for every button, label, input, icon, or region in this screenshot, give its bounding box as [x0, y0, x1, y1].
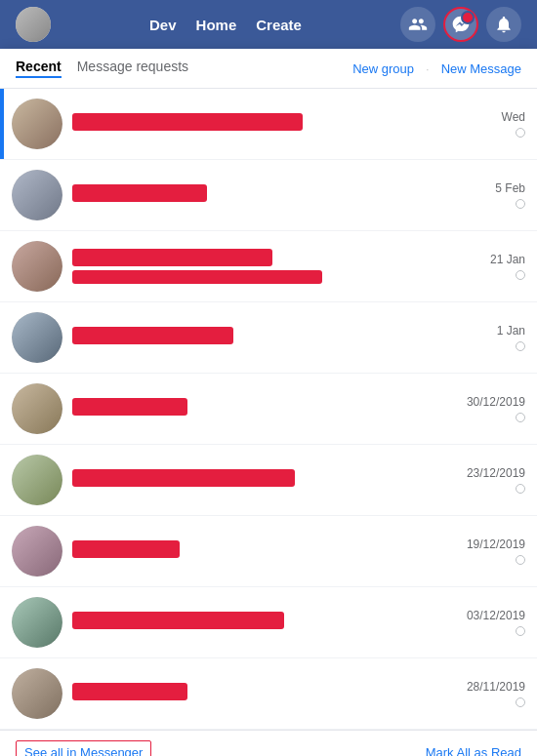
- message-content: [72, 683, 457, 704]
- message-avatar: [12, 668, 62, 719]
- avatar-image: [12, 455, 62, 505]
- message-item[interactable]: 19/12/2019: [0, 516, 537, 587]
- avatar-image: [12, 241, 62, 292]
- message-time-column: 5 Feb: [467, 181, 525, 209]
- avatar-image: [12, 383, 62, 434]
- message-timestamp: 30/12/2019: [467, 395, 525, 409]
- message-content: [72, 113, 457, 135]
- message-time-column: 03/12/2019: [467, 609, 525, 636]
- redacted-name: [72, 612, 284, 629]
- message-time-column: Wed: [467, 110, 525, 138]
- message-time-column: 21 Jan: [467, 253, 525, 280]
- read-status-indicator: [516, 626, 525, 636]
- nav-links: Dev Home Create: [70, 17, 381, 33]
- unread-indicator-bar: [0, 89, 4, 159]
- message-time-column: 1 Jan: [467, 324, 525, 351]
- read-status-indicator: [516, 697, 525, 707]
- message-avatar: [12, 99, 62, 149]
- read-status-indicator: [516, 270, 525, 280]
- new-group-link[interactable]: New group: [352, 61, 414, 76]
- redacted-name: [72, 683, 187, 700]
- avatar-image: [12, 526, 62, 577]
- action-separator: ·: [426, 61, 430, 76]
- message-list: Wed5 Feb21 Jan1 Jan30/12/201923/12/20191…: [0, 89, 537, 730]
- nav-link-home[interactable]: Home: [196, 17, 237, 33]
- message-time-column: 19/12/2019: [467, 537, 525, 565]
- avatar-image: [12, 312, 62, 363]
- redacted-preview: [72, 270, 322, 284]
- messenger-dropdown: Recent Message requests New group · New …: [0, 49, 537, 756]
- message-timestamp: 21 Jan: [490, 253, 525, 266]
- message-item[interactable]: 5 Feb: [0, 160, 537, 231]
- message-item[interactable]: 03/12/2019: [0, 587, 537, 658]
- read-status-indicator: [516, 413, 525, 422]
- message-content: [72, 249, 457, 284]
- message-item[interactable]: 30/12/2019: [0, 374, 537, 445]
- read-status-indicator: [516, 484, 525, 494]
- redacted-name: [72, 113, 303, 131]
- message-avatar: [12, 383, 62, 434]
- message-avatar: [12, 455, 62, 505]
- redacted-name: [72, 249, 272, 266]
- message-timestamp: 19/12/2019: [467, 537, 525, 551]
- message-content: [72, 184, 457, 206]
- message-time-column: 23/12/2019: [467, 466, 525, 494]
- avatar-image: [12, 170, 62, 220]
- redacted-name: [72, 469, 295, 487]
- message-avatar: [12, 241, 62, 292]
- messenger-icon-button[interactable]: [443, 7, 478, 42]
- panel-actions: New group · New Message: [352, 61, 521, 76]
- message-timestamp: 5 Feb: [495, 181, 525, 195]
- message-timestamp: 23/12/2019: [467, 466, 525, 480]
- message-timestamp: 28/11/2019: [467, 680, 525, 694]
- message-timestamp: 03/12/2019: [467, 609, 525, 622]
- avatar-image: [12, 99, 62, 149]
- tab-recent[interactable]: Recent: [16, 59, 62, 78]
- message-avatar: [12, 170, 62, 220]
- message-item[interactable]: 28/11/2019: [0, 658, 537, 730]
- nav-icon-group: [400, 7, 521, 42]
- message-content: [72, 327, 457, 348]
- read-status-indicator: [516, 199, 525, 209]
- avatar-image: [12, 668, 62, 719]
- avatar-image: [12, 597, 62, 648]
- message-item[interactable]: Wed: [0, 89, 537, 160]
- message-content: [72, 469, 457, 491]
- user-avatar[interactable]: [16, 7, 51, 42]
- nav-link-dev[interactable]: Dev: [149, 17, 177, 33]
- message-avatar: [12, 526, 62, 577]
- panel-tabs: Recent Message requests: [16, 59, 352, 78]
- message-item[interactable]: 21 Jan: [0, 231, 537, 302]
- read-status-indicator: [516, 341, 525, 351]
- message-timestamp: 1 Jan: [497, 324, 525, 338]
- message-time-column: 30/12/2019: [467, 395, 525, 422]
- people-icon-button[interactable]: [400, 7, 435, 42]
- message-item[interactable]: 23/12/2019: [0, 445, 537, 516]
- message-item[interactable]: 1 Jan: [0, 302, 537, 374]
- message-time-column: 28/11/2019: [467, 680, 525, 707]
- redacted-name: [72, 327, 233, 344]
- message-avatar: [12, 312, 62, 363]
- redacted-name: [72, 540, 180, 558]
- message-content: [72, 612, 457, 633]
- message-content: [72, 540, 457, 562]
- panel-header: Recent Message requests New group · New …: [0, 49, 537, 89]
- bell-icon-button[interactable]: [486, 7, 521, 42]
- mark-all-read-link[interactable]: Mark All as Read: [426, 745, 521, 756]
- redacted-name: [72, 184, 207, 202]
- tab-message-requests[interactable]: Message requests: [77, 59, 188, 78]
- nav-link-create[interactable]: Create: [256, 17, 302, 33]
- new-message-link[interactable]: New Message: [441, 61, 521, 76]
- top-navigation: Dev Home Create: [0, 0, 537, 49]
- read-status-indicator: [516, 555, 525, 565]
- redacted-name: [72, 398, 187, 416]
- read-status-indicator: [516, 128, 525, 138]
- message-timestamp: Wed: [502, 110, 525, 124]
- message-avatar: [12, 597, 62, 648]
- panel-footer: See all in Messenger Mark All as Read: [0, 730, 537, 756]
- see-all-messenger-link[interactable]: See all in Messenger: [16, 740, 151, 756]
- message-content: [72, 398, 457, 419]
